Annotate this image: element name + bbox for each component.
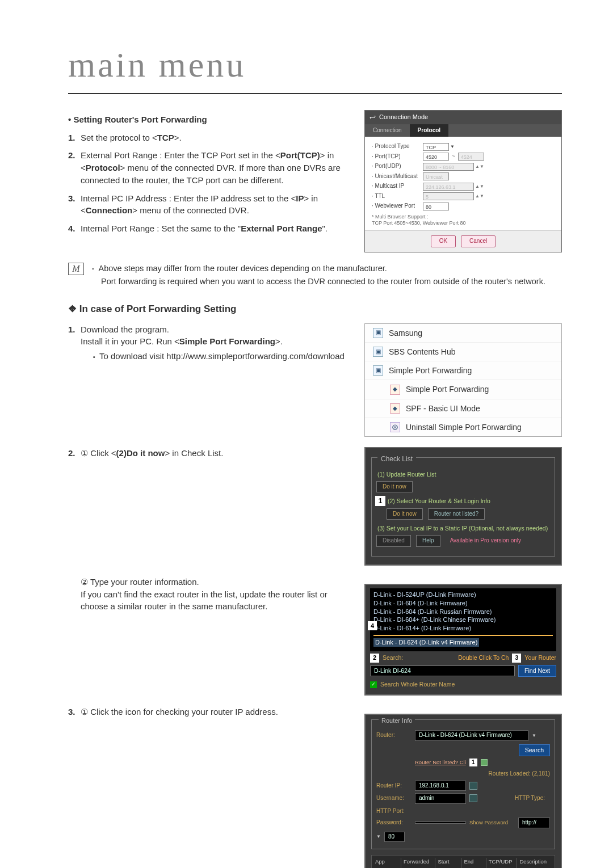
cl-step3-label: (3) Set your Local IP to a Static IP (Op…	[377, 524, 550, 533]
dialog-title: ⮐Connection Mode	[365, 111, 561, 124]
router-search-input[interactable]: D-Link DI-624	[370, 665, 515, 676]
menu-item-sbs[interactable]: ▣SBS Contents Hub	[365, 343, 561, 361]
step-number: 2.	[68, 149, 81, 186]
port-tcp-start[interactable]: 4520	[423, 153, 449, 161]
port-udp-label: Port(UDP)	[372, 162, 423, 171]
http-port-label: HTTP Port:	[376, 807, 412, 816]
stepper-icon[interactable]: ▲▼	[475, 165, 484, 168]
stepper-icon[interactable]: ▲▼	[475, 185, 484, 188]
router-info-panel: Router Info Router: D-Link - DI-624 (D-L…	[364, 714, 562, 868]
menu-item-spf-folder[interactable]: ▣Simple Port Forwarding	[365, 361, 561, 380]
router-ip-label: Router IP:	[376, 782, 412, 790]
menu-item-uninstall-spf[interactable]: ⨂Uninstall Simple Port Forwarding	[365, 418, 561, 436]
multicast-ip-label: Multicast IP	[372, 182, 423, 191]
port-tcp-label: Port(TCP)	[372, 153, 423, 161]
app-icon: ◆	[390, 403, 400, 414]
folder-icon: ▣	[373, 365, 383, 376]
router-label: Router:	[376, 731, 412, 740]
sub-bullet: To download visit http://www.simpleportf…	[81, 350, 353, 363]
step-text: External Port Range : Enter the TCP Port…	[81, 149, 353, 186]
folder-icon: ▣	[373, 328, 383, 338]
unicast-multicast-label: Unicast/Multicast	[372, 172, 423, 181]
step-number: 3.	[68, 706, 81, 718]
find-next-button[interactable]: Find Next	[518, 665, 556, 677]
protocol-type-select[interactable]: TCP	[423, 143, 449, 151]
menu-item-spf[interactable]: ◆Simple Port Forwarding	[365, 380, 561, 399]
step-number: 4.	[68, 222, 81, 235]
router-ip-field[interactable]: 192.168.0.1	[415, 781, 466, 791]
webviewer-port-label: Webviewer Port	[372, 202, 423, 210]
start-menu-list: ▣Samsung ▣SBS Contents Hub ▣Simple Port …	[364, 323, 562, 437]
http-type-label: HTTP Type:	[515, 794, 550, 803]
forward-table-header: App Name Forwarded To Start Port End Por…	[371, 855, 555, 868]
user-icon[interactable]	[469, 794, 477, 802]
unicast-multicast-select[interactable]: Unicast	[423, 172, 449, 180]
cl-router-not-listed[interactable]: Router not listed?	[428, 508, 485, 520]
folder-icon: ▣	[373, 347, 383, 357]
callout-3: 3	[512, 654, 521, 663]
password-field[interactable]	[415, 821, 466, 824]
menu-item-spf-basic[interactable]: ◆SPF - Basic UI Mode	[365, 399, 561, 418]
http-type-select[interactable]: http://	[518, 818, 550, 828]
webviewer-port-field[interactable]: 80	[423, 203, 449, 210]
routers-loaded: Routers Loaded: (2,181)	[489, 770, 550, 778]
port-tcp-end: 4524	[458, 153, 484, 161]
search-whole-name-checkbox[interactable]: ✓ Search Whole Router Name	[370, 680, 556, 689]
cancel-button[interactable]: Cancel	[461, 235, 496, 247]
tab-protocol[interactable]: Protocol	[410, 124, 449, 137]
callout-2: 2	[370, 654, 379, 663]
router-info-legend: Router Info	[379, 717, 415, 724]
router-list[interactable]: 4 D-Link - DI-524UP (D-Link Firmware) D-…	[370, 588, 556, 651]
username-field[interactable]: admin	[415, 793, 466, 804]
step-text: ① Click the icon for checking your route…	[81, 706, 353, 718]
note-icon: M	[68, 263, 84, 275]
ok-button[interactable]: OK	[431, 235, 456, 247]
step-text: Download the program. Install it in your…	[81, 323, 353, 363]
detect-ip-icon[interactable]	[469, 782, 477, 790]
checklist-legend: Check List	[377, 455, 416, 463]
cl-pro-note: Available in Pro version only	[450, 537, 521, 545]
refresh-icon[interactable]	[481, 759, 488, 766]
page-title: main menu	[68, 40, 562, 94]
protocol-type-label: Protocol Type	[372, 142, 423, 151]
uninstall-icon: ⨂	[390, 422, 400, 432]
search-button[interactable]: Search	[519, 744, 550, 756]
step-text: ① Click <(2)Do it now> in Check List.	[81, 447, 353, 460]
stepper-icon[interactable]: ▲▼	[475, 195, 484, 198]
step-text: Set the protocol to <TCP>.	[81, 132, 353, 144]
cl-help[interactable]: Help	[416, 535, 440, 547]
section2-heading: In case of Port Forwarding Setting	[68, 302, 562, 317]
checkbox-icon: ✓	[370, 681, 377, 688]
note-body: Above steps may differ from the router d…	[92, 263, 562, 288]
step-number: 3.	[68, 192, 81, 217]
section1-heading: Setting Router's Port Forwarding	[68, 113, 353, 126]
checklist-panel: Check List (1) Update Router List Do it …	[364, 447, 562, 566]
step-number: 1.	[68, 132, 81, 144]
router-selected[interactable]: D-Link - DI-624 (D-Link v4 Firmware)	[373, 638, 479, 647]
port-udp-range: 8000 ~ 8160	[423, 163, 474, 171]
cl-step2-label: (2) Select Your Router & Set Login Info	[377, 497, 550, 505]
tab-connection[interactable]: Connection	[365, 124, 410, 137]
search-label: Search:	[383, 654, 403, 662]
http-port-field[interactable]: 80	[384, 832, 405, 842]
app-icon: ◆	[390, 385, 400, 395]
step-text: Internal Port Range : Set the same to th…	[81, 222, 353, 235]
router-select-panel: 4 D-Link - DI-524UP (D-Link Firmware) D-…	[364, 584, 562, 696]
cl-disabled: Disabled	[376, 535, 411, 547]
callout-1: 1	[469, 759, 477, 766]
return-icon: ⮐	[370, 113, 376, 120]
router-select[interactable]: D-Link - DI-624 (D-Link v4 Firmware)	[415, 730, 528, 741]
step-text: Internal PC IP Address : Enter the IP ad…	[81, 192, 353, 217]
double-click-hint: Double Click To Ch	[458, 654, 509, 662]
password-label: Password:	[376, 819, 412, 827]
ttl-label: TTL	[372, 192, 423, 201]
menu-item-samsung[interactable]: ▣Samsung	[365, 324, 561, 343]
cl-do-it-now-1[interactable]: Do it now	[376, 481, 413, 493]
show-password[interactable]: Show Password	[469, 819, 508, 827]
router-not-listed-link[interactable]: Router Not listed? Cli	[415, 759, 466, 766]
callout-4: 4	[368, 621, 377, 630]
dialog-note: * Multi Browser Support : TCP Port 4505~…	[372, 214, 555, 226]
callout-1: 1	[375, 496, 385, 506]
cl-do-it-now-2[interactable]: Do it now	[387, 508, 423, 520]
your-router-label: Your Router	[524, 654, 556, 662]
